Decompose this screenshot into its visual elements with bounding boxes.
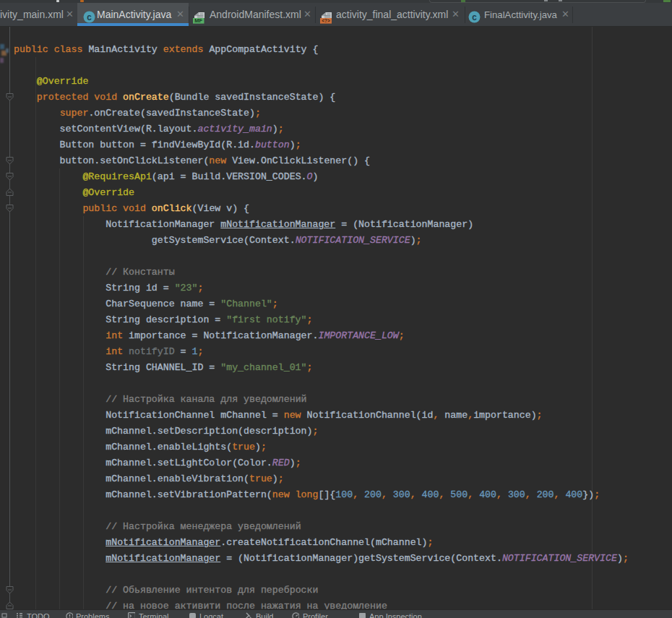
svg-text:C: C <box>472 14 477 22</box>
svg-text:C: C <box>87 14 92 22</box>
svg-text:<?>: <?> <box>322 19 330 24</box>
svg-text:MF: MF <box>194 17 202 24</box>
